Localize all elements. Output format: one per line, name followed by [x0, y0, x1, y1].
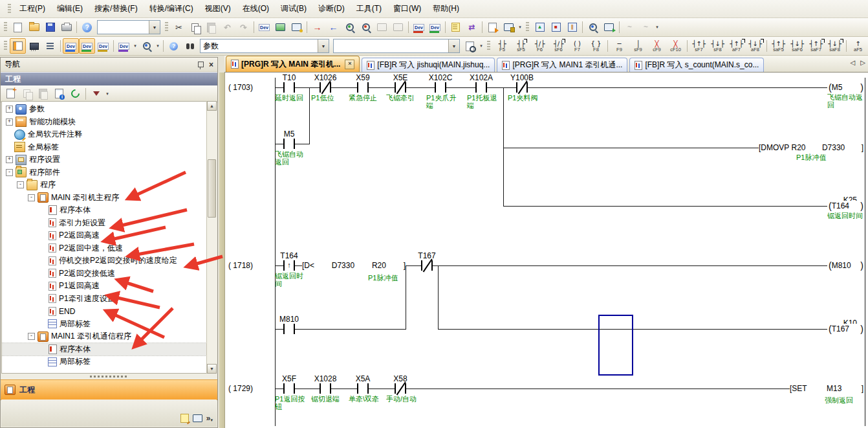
- statement-display-icon[interactable]: Dev: [79, 38, 95, 54]
- rising-pulse-button[interactable]: ┤↑├sF7: [689, 38, 708, 55]
- rising-edge-button[interactable]: ↑aF5: [849, 38, 867, 55]
- zoom-page-icon[interactable]: [462, 38, 478, 54]
- coil-T167[interactable]: (T167): [827, 324, 865, 333]
- monitor-start-icon[interactable]: ▲: [532, 19, 548, 35]
- paste-icon[interactable]: [203, 19, 219, 35]
- open-project-icon[interactable]: [26, 19, 42, 35]
- scroll-down-icon[interactable]: ▼: [207, 364, 217, 374]
- program-check-icon[interactable]: [484, 19, 501, 35]
- rising-pulse-branch-button[interactable]: ┤↑├aF7: [727, 38, 746, 55]
- close-contact-button[interactable]: ┤∕├F6: [530, 38, 549, 55]
- device-comment-icon[interactable]: Dev: [256, 19, 272, 35]
- filter-icon[interactable]: [88, 86, 104, 102]
- device-search-icon[interactable]: [138, 38, 155, 54]
- contact-T10[interactable]: T10 延时返回: [273, 73, 305, 102]
- toolbar-grip[interactable]: [8, 4, 11, 14]
- redo-icon[interactable]: ↷: [235, 19, 252, 35]
- tree-item-main1-local-label[interactable]: 局部标签: [2, 355, 208, 368]
- menu-item-project[interactable]: 工程(P): [14, 2, 51, 15]
- tab-fb-jishuqi[interactable]: [FB]R 写入 jishuqi(MAIN.jishuq...: [362, 58, 495, 72]
- device-display-green-icon[interactable]: Dev: [427, 19, 443, 35]
- undo-icon[interactable]: ↶: [219, 19, 235, 35]
- instruction-compare[interactable]: [D< D7330 R20 ]: [302, 261, 406, 270]
- contact-M5[interactable]: M5 飞锯自动返回: [273, 130, 305, 166]
- tree-expander-icon[interactable]: +: [6, 118, 13, 126]
- display-content-icon[interactable]: Dev: [116, 38, 132, 54]
- menu-item-diagnostics[interactable]: 诊断(D): [312, 2, 351, 15]
- tree-item-program-setting[interactable]: +程序设置: [2, 153, 208, 166]
- tree-item-main1-program[interactable]: -MAIN1 牵引机通信程序: [2, 330, 208, 343]
- vertical-line-button[interactable]: │sF9: [629, 38, 647, 55]
- tree-expander-icon[interactable]: -: [17, 181, 24, 188]
- project-view-button[interactable]: 工程: [1, 379, 217, 400]
- tab-prg-main[interactable]: [PRG]R 写入 MAIN 牵引机...×: [226, 56, 360, 72]
- quick-access-combo[interactable]: ▼: [97, 20, 160, 34]
- monitor-start-all-icon[interactable]: [390, 19, 406, 35]
- toolbar-grip[interactable]: [4, 22, 7, 32]
- contact-X1028[interactable]: X1028 锯切退端: [309, 374, 342, 403]
- tree-item-main-local-label[interactable]: 局部标签: [2, 318, 208, 331]
- pulse-open-branch-button[interactable]: ┤↑├saF7: [807, 38, 825, 55]
- watch-window-icon[interactable]: [601, 19, 617, 35]
- copy-item-icon[interactable]: [19, 86, 35, 102]
- contact-X102C[interactable]: X102C P1夹爪升端: [424, 73, 457, 109]
- falling-pulse-branch-button[interactable]: ┤↓├aF8: [746, 38, 765, 55]
- toolbar-overflow-icon[interactable]: ▾: [104, 91, 111, 96]
- remote-operation-icon[interactable]: [358, 19, 374, 35]
- tree-item-end[interactable]: END: [2, 305, 208, 318]
- coil-button[interactable]: ( )F7: [568, 38, 587, 55]
- contact-X5A[interactable]: X5A 单牵\双牵: [347, 374, 379, 403]
- tree-expander-icon[interactable]: +: [6, 156, 13, 163]
- ladder-help-icon[interactable]: ?: [166, 38, 182, 54]
- close-icon[interactable]: ×: [209, 62, 213, 68]
- device-comment-combo[interactable]: 参数 ▼: [200, 39, 329, 53]
- note-display-icon[interactable]: Dev: [95, 38, 111, 54]
- tree-item-main-program[interactable]: -MAIN 牵引机主程序: [2, 192, 208, 205]
- copy-icon[interactable]: [187, 19, 203, 35]
- tree-item-parameter[interactable]: +参数: [2, 103, 208, 116]
- tree-item-program-parts[interactable]: -程序部件: [2, 166, 208, 179]
- open-contact-button[interactable]: ┤├F5: [493, 38, 512, 55]
- tree-item-p2-return-mid-low-speed[interactable]: P2返回中速，低速: [2, 242, 208, 255]
- sampling-trace-icon[interactable]: ~: [622, 19, 638, 35]
- contact-T164[interactable]: T164 锯返回时间: [273, 251, 305, 287]
- tree-expander-icon[interactable]: -: [28, 333, 35, 340]
- toolbar-overflow-icon[interactable]: ▾: [478, 43, 484, 49]
- monitor-stop-icon[interactable]: ■: [548, 19, 564, 35]
- contact-X102A[interactable]: X102A P1托板退端: [465, 73, 497, 109]
- save-project-icon[interactable]: [42, 19, 58, 35]
- find-device-combo[interactable]: ▼: [333, 39, 460, 53]
- tree-item-p1-return-high-speed[interactable]: P1返回高速: [2, 280, 208, 293]
- menu-item-view[interactable]: 视图(V): [199, 2, 237, 15]
- menu-item-find-replace[interactable]: 搜索/替换(F): [89, 2, 144, 15]
- device-test-icon[interactable]: [288, 19, 305, 35]
- instruction-set-m13[interactable]: [SET M13 ]: [790, 384, 863, 393]
- expand-views-icon[interactable]: »▾: [206, 414, 213, 423]
- close-branch-button[interactable]: ┤∕├sF6: [549, 38, 568, 55]
- toolbar-grip[interactable]: [487, 41, 490, 51]
- tree-item-main1-program-body[interactable]: 程序本体: [2, 343, 208, 356]
- property-icon[interactable]: [51, 86, 67, 102]
- open-branch-button[interactable]: ┤├sF5: [512, 38, 530, 55]
- watch-register-icon[interactable]: [585, 19, 601, 35]
- element-selection-window-icon[interactable]: [26, 38, 42, 54]
- paste-item-icon[interactable]: [35, 86, 51, 102]
- menu-item-window[interactable]: 窗口(W): [387, 2, 427, 15]
- chevron-down-icon[interactable]: ▼: [448, 39, 459, 52]
- coil-T164[interactable]: (T164) 锯返回时间: [827, 201, 865, 220]
- delete-horizontal-line-button[interactable]: ╳cF9: [647, 38, 666, 55]
- security-lock-icon[interactable]: [501, 19, 517, 35]
- close-icon[interactable]: ×: [345, 60, 354, 69]
- tab-scroll-left-icon[interactable]: ◁: [851, 59, 856, 66]
- tree-item-main-program-body[interactable]: 程序本体: [2, 204, 208, 217]
- application-instruction-button[interactable]: { }F8: [587, 38, 605, 55]
- contact-X5E[interactable]: X5E 飞锯牵引: [384, 73, 417, 102]
- instruction-dmovp[interactable]: [DMOVP R20 D7330 ]: [759, 143, 863, 152]
- horizontal-line-button[interactable]: ─F9: [610, 38, 629, 55]
- menu-item-online[interactable]: 在线(O): [237, 2, 275, 15]
- coil-M810[interactable]: (M810): [827, 260, 865, 270]
- tree-item-stop-handover-speed-setting[interactable]: 停机交接P2返回交接时的速度给定: [2, 254, 208, 267]
- menu-item-help[interactable]: 帮助(H): [427, 2, 465, 15]
- toolbar-overflow-icon[interactable]: ▾: [132, 43, 138, 49]
- menu-item-convert-compile[interactable]: 转换/编译(C): [144, 2, 199, 15]
